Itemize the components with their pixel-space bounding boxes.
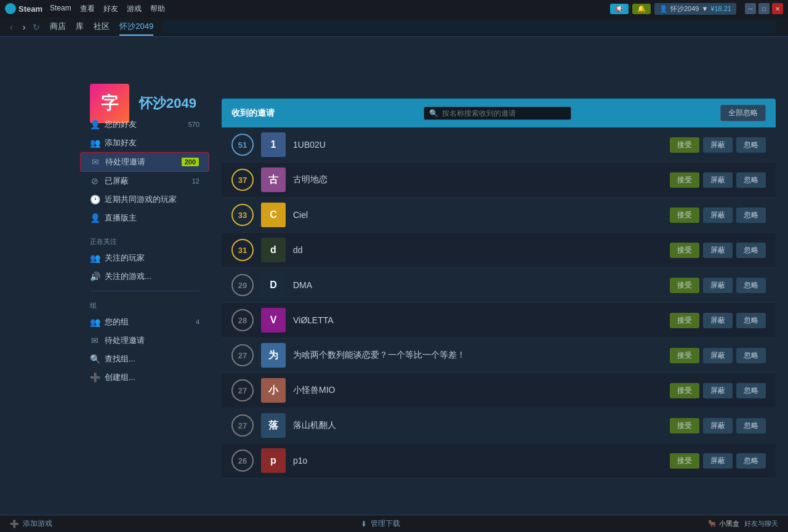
- menu-steam[interactable]: Steam: [50, 4, 71, 14]
- steam-logo-text: Steam: [18, 4, 42, 14]
- search-input[interactable]: [442, 109, 553, 118]
- row-actions: 接受 屏蔽 忽略: [670, 348, 766, 363]
- manage-downloads-button[interactable]: ⬇ 管理下载: [361, 518, 400, 529]
- sidebar-label-recent-players: 近期共同游戏的玩家: [105, 194, 199, 205]
- menu-friends[interactable]: 好友: [103, 4, 118, 14]
- accept-button[interactable]: 接受: [670, 243, 699, 258]
- friends-chat-button[interactable]: 好友与聊天: [744, 519, 778, 528]
- streamer-icon: 👤: [90, 213, 100, 223]
- username-display: 怀沙2049: [670, 4, 699, 14]
- sidebar-item-find-groups[interactable]: 🔍 查找组...: [80, 350, 209, 368]
- user-name: 1UB02U: [293, 140, 670, 150]
- ignore-all-button[interactable]: 全部忽略: [720, 105, 766, 121]
- menu-view[interactable]: 查看: [80, 4, 95, 14]
- ignore-button[interactable]: 忽略: [736, 243, 766, 258]
- accept-button[interactable]: 接受: [670, 172, 699, 188]
- level-badge: 27: [231, 344, 254, 366]
- tab-library[interactable]: 库: [76, 18, 84, 36]
- sidebar-item-recent-players[interactable]: 🕐 近期共同游戏的玩家: [80, 190, 209, 209]
- create-group-icon: ➕: [90, 373, 100, 382]
- row-actions: 接受 屏蔽 忽略: [670, 453, 766, 469]
- search-box[interactable]: 🔍: [424, 107, 571, 120]
- xiaoheihe-label: 小黑盒: [719, 519, 739, 528]
- broadcast-button[interactable]: 📢: [610, 4, 629, 14]
- row-actions: 接受 屏蔽 忽略: [670, 313, 766, 328]
- accept-button[interactable]: 接受: [670, 208, 699, 223]
- user-name: 落山机翻人: [293, 420, 670, 431]
- block-button[interactable]: 屏蔽: [703, 453, 733, 469]
- sidebar-label-create-group: 创建组...: [105, 372, 199, 383]
- menu-games[interactable]: 游戏: [127, 4, 142, 14]
- block-button[interactable]: 屏蔽: [703, 348, 733, 363]
- followed-players-icon: 👥: [90, 253, 100, 263]
- sidebar-item-followed-games[interactable]: 🔊 关注的游戏...: [80, 267, 209, 286]
- ignore-button[interactable]: 忽略: [736, 383, 766, 398]
- find-groups-icon: 🔍: [90, 354, 100, 364]
- your-groups-icon: 👥: [90, 317, 100, 327]
- user-name: 古明地恋: [293, 174, 670, 185]
- sidebar-item-add-friend[interactable]: 👥 添加好友: [80, 134, 209, 152]
- tab-store[interactable]: 商店: [50, 18, 66, 36]
- ignore-button[interactable]: 忽略: [736, 453, 766, 469]
- block-button[interactable]: 屏蔽: [703, 313, 733, 328]
- ignore-button[interactable]: 忽略: [736, 208, 766, 223]
- level-badge: 33: [231, 204, 254, 226]
- sidebar-item-followed-players[interactable]: 👥 关注的玩家: [80, 249, 209, 267]
- notification-button[interactable]: 🔔: [632, 4, 651, 14]
- ignore-button[interactable]: 忽略: [736, 278, 766, 293]
- block-button[interactable]: 屏蔽: [703, 172, 733, 188]
- block-button[interactable]: 屏蔽: [703, 243, 733, 258]
- add-game-button[interactable]: ➕ 添加游戏: [10, 518, 52, 529]
- sidebar-item-your-groups[interactable]: 👥 您的组 4: [80, 313, 209, 331]
- user-avatar: D: [261, 273, 286, 297]
- invitation-row: 27 落 落山机翻人 接受 屏蔽 忽略: [222, 408, 776, 443]
- invitations-list: 51 1 1UB02U 接受 屏蔽 忽略 37 古 古明地恋 接受 屏蔽 忽略 …: [222, 127, 776, 478]
- ignore-button[interactable]: 忽略: [736, 348, 766, 363]
- maximize-button[interactable]: □: [758, 3, 770, 14]
- accept-button[interactable]: 接受: [670, 453, 699, 469]
- sidebar-item-blocked[interactable]: ⊘ 已屏蔽 12: [80, 172, 209, 190]
- sidebar-label-group-invites: 待处理邀请: [105, 335, 199, 346]
- user-badge[interactable]: 👤 怀沙2049 ▼ ¥18.21: [654, 3, 736, 15]
- sidebar-item-your-friends[interactable]: 👤 您的好友 570: [80, 115, 209, 134]
- ignore-button[interactable]: 忽略: [736, 313, 766, 328]
- tab-profile[interactable]: 怀沙2049: [119, 18, 153, 36]
- ignore-button[interactable]: 忽略: [736, 137, 766, 153]
- sidebar-item-create-group[interactable]: ➕ 创建组...: [80, 368, 209, 387]
- friends-count: 570: [188, 121, 199, 128]
- menu-help[interactable]: 帮助: [150, 4, 165, 14]
- sidebar-item-group-invites[interactable]: ✉ 待处理邀请: [80, 331, 209, 350]
- user-name: dd: [293, 245, 670, 255]
- accept-button[interactable]: 接受: [670, 137, 699, 153]
- refresh-button[interactable]: ↻: [33, 22, 40, 32]
- block-button[interactable]: 屏蔽: [703, 418, 733, 433]
- sidebar-item-pending-invites[interactable]: ✉ 待处理邀请 200: [80, 152, 209, 172]
- minimize-button[interactable]: ─: [745, 3, 756, 14]
- pending-invites-badge: 200: [182, 158, 199, 166]
- accept-button[interactable]: 接受: [670, 348, 699, 363]
- accept-button[interactable]: 接受: [670, 278, 699, 293]
- block-button[interactable]: 屏蔽: [703, 208, 733, 223]
- pending-invites-icon: ✉: [90, 157, 100, 167]
- accept-button[interactable]: 接受: [670, 383, 699, 398]
- sidebar-label-followed-games: 关注的游戏...: [105, 271, 199, 282]
- sidebar-label-your-friends: 您的好友: [105, 119, 188, 130]
- sidebar-label-pending-invites: 待处理邀请: [105, 156, 182, 167]
- xiaoheihe-logo: 🐂 小黑盒: [708, 519, 739, 528]
- tab-community[interactable]: 社区: [94, 18, 110, 36]
- accept-button[interactable]: 接受: [670, 418, 699, 433]
- close-button[interactable]: ✕: [772, 3, 783, 14]
- back-button[interactable]: ‹: [7, 21, 15, 33]
- user-name: DMA: [293, 280, 670, 290]
- ignore-button[interactable]: 忽略: [736, 172, 766, 188]
- group-invites-icon: ✉: [90, 336, 100, 345]
- block-button[interactable]: 屏蔽: [703, 137, 733, 153]
- blocked-icon: ⊘: [90, 176, 100, 186]
- wallet-balance: ¥18.21: [710, 5, 731, 12]
- block-button[interactable]: 屏蔽: [703, 383, 733, 398]
- forward-button[interactable]: ›: [20, 21, 28, 33]
- accept-button[interactable]: 接受: [670, 313, 699, 328]
- sidebar-item-streamer[interactable]: 👤 直播版主: [80, 209, 209, 227]
- block-button[interactable]: 屏蔽: [703, 278, 733, 293]
- ignore-button[interactable]: 忽略: [736, 418, 766, 433]
